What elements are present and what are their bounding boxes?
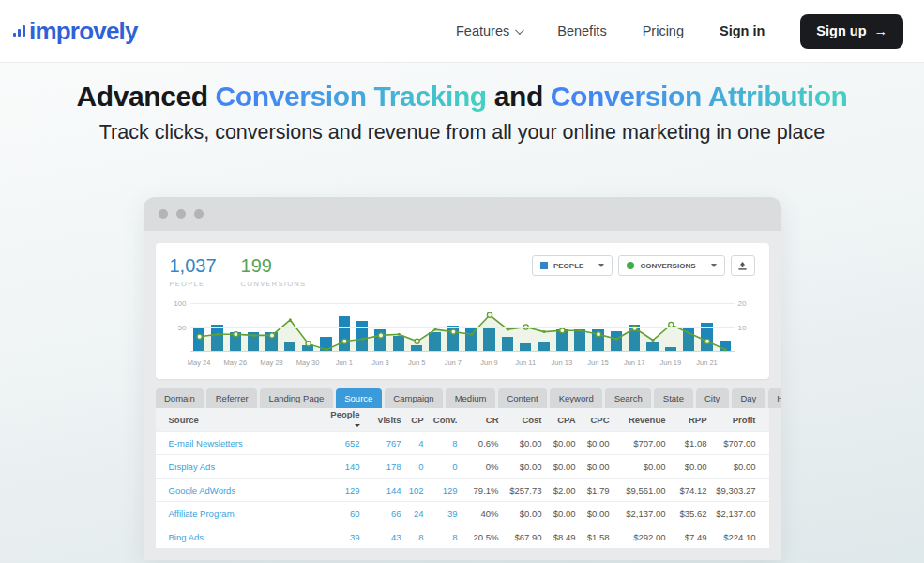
cell-cpa: $8.49	[542, 532, 576, 542]
cell-cp[interactable]: 0	[401, 462, 424, 472]
column-header-cpc[interactable]: CPC	[576, 415, 610, 425]
table-row: Display Ads140178000%$0.00$0.00$0.00$0.0…	[156, 454, 769, 478]
cell-conv[interactable]: 8	[424, 532, 458, 542]
cell-cr: 0%	[458, 462, 499, 472]
tab-content[interactable]: Content	[498, 388, 547, 408]
cell-visits[interactable]: 43	[360, 532, 401, 542]
nav-link-features[interactable]: Features	[456, 23, 522, 38]
tab-domain[interactable]: Domain	[156, 388, 204, 408]
source-link[interactable]: Google AdWords	[169, 485, 323, 495]
browser-mockup: 1,037PEOPLE199CONVERSIONS PEOPLE CONVERS…	[144, 197, 781, 560]
tab-medium[interactable]: Medium	[446, 388, 495, 408]
chevron-down-icon	[515, 25, 524, 35]
column-header-cost[interactable]: Cost	[499, 415, 542, 425]
tab-city[interactable]: City	[696, 388, 729, 408]
cell-conv[interactable]: 129	[424, 485, 458, 495]
cell-visits[interactable]: 178	[360, 462, 401, 472]
browser-chrome	[144, 197, 781, 231]
nav-link-benefits[interactable]: Benefits	[557, 23, 606, 38]
cell-conv[interactable]: 0	[424, 462, 458, 472]
people-series-dropdown[interactable]: PEOPLE	[532, 255, 613, 276]
tab-campaign[interactable]: Campaign	[385, 388, 443, 408]
page-title: Advanced Conversion Tracking and Convers…	[0, 81, 924, 113]
column-header-revenue[interactable]: Revenue	[610, 415, 666, 425]
cell-conv[interactable]: 39	[424, 509, 458, 519]
x-tick: May 24	[188, 358, 211, 367]
cell-cost: $0.00	[499, 438, 542, 449]
cell-rpp: $7.49	[666, 532, 707, 542]
source-link[interactable]: Bing Ads	[169, 532, 323, 542]
export-button[interactable]	[731, 255, 755, 276]
tab-source[interactable]: Source	[336, 388, 382, 408]
tab-keyword[interactable]: Keyword	[550, 388, 602, 408]
stat-label: PEOPLE	[170, 280, 217, 288]
column-header-profit[interactable]: Profit	[707, 415, 756, 425]
table-header-row: SourcePeopleVisitsCPConv.CRCostCPACPCRev…	[156, 408, 769, 431]
cell-people[interactable]: 60	[323, 509, 360, 519]
cell-cp[interactable]: 24	[401, 509, 424, 519]
cell-cp[interactable]: 102	[401, 485, 424, 495]
column-header-source[interactable]: Source	[169, 415, 323, 425]
tab-search[interactable]: Search	[605, 388, 651, 408]
chevron-down-icon	[711, 264, 717, 267]
x-tick: Jun 19	[660, 358, 682, 367]
cell-cp[interactable]: 4	[401, 438, 424, 449]
cell-revenue: $707.00	[610, 438, 666, 449]
column-header-visits[interactable]: Visits	[360, 415, 401, 425]
cell-cost: $0.00	[499, 509, 542, 519]
cell-people[interactable]: 129	[323, 485, 360, 495]
sign-up-button[interactable]: Sign up →	[800, 14, 903, 49]
cell-cpc: $0.00	[576, 438, 610, 449]
cell-cost: $0.00	[499, 462, 542, 472]
tab-hour[interactable]: Hour	[768, 388, 781, 408]
column-header-cpa[interactable]: CPA	[542, 415, 576, 425]
conversions-series-dropdown[interactable]: CONVERSIONS	[618, 255, 724, 276]
cell-cr: 20.5%	[458, 532, 499, 542]
cell-rpp: $1.08	[666, 438, 707, 449]
cell-cp[interactable]: 8	[401, 532, 424, 542]
table-row: Bing Ads39438820.5%$67.90$8.49$1.58$292.…	[156, 525, 769, 548]
sources-table: SourcePeopleVisitsCPConv.CRCostCPACPCRev…	[156, 408, 769, 548]
traffic-chart: 50100 1020	[170, 303, 755, 352]
page-subtitle: Track clicks, conversions and revenue fr…	[0, 121, 924, 145]
hero-section: Advanced Conversion Tracking and Convers…	[0, 63, 924, 145]
column-header-conv[interactable]: Conv.	[424, 415, 458, 425]
cell-rpp: $35.62	[666, 509, 707, 519]
sign-in-link[interactable]: Sign in	[720, 23, 765, 38]
source-link[interactable]: E-mail Newsletters	[169, 438, 323, 449]
cell-profit: $0.00	[707, 462, 756, 472]
source-link[interactable]: Affiliate Program	[169, 509, 323, 519]
title-part: Conversion Attribution	[551, 81, 848, 112]
column-header-people[interactable]: People	[323, 409, 360, 430]
cell-conv[interactable]: 8	[424, 438, 458, 449]
cell-visits[interactable]: 66	[360, 509, 401, 519]
chart-card: 1,037PEOPLE199CONVERSIONS PEOPLE CONVERS…	[156, 243, 769, 379]
people-dropdown-label: PEOPLE	[553, 262, 583, 270]
table-row: Google AdWords12914410212979.1%$257.73$2…	[156, 478, 769, 501]
stat-conversions: 199CONVERSIONS	[241, 255, 307, 288]
logo[interactable]: improvely	[13, 17, 138, 46]
window-dot	[176, 209, 186, 219]
cell-cost: $67.90	[499, 532, 542, 542]
cell-visits[interactable]: 767	[360, 438, 401, 449]
column-header-rpp[interactable]: RPP	[666, 415, 707, 425]
cell-visits[interactable]: 144	[360, 485, 401, 495]
arrow-right-icon: →	[874, 23, 888, 38]
cell-people[interactable]: 140	[323, 462, 360, 472]
tab-referrer[interactable]: Referrer	[206, 388, 257, 408]
source-link[interactable]: Display Ads	[169, 462, 323, 472]
x-tick: Jun 13	[552, 358, 573, 367]
tab-state[interactable]: State	[654, 388, 692, 408]
cell-profit: $224.10	[707, 532, 756, 542]
cell-people[interactable]: 652	[323, 438, 360, 449]
nav-link-pricing[interactable]: Pricing	[643, 23, 684, 38]
nav-link-label: Benefits	[557, 23, 606, 38]
cell-people[interactable]: 39	[323, 532, 360, 542]
column-header-cr[interactable]: CR	[458, 415, 499, 425]
people-swatch-icon	[540, 262, 548, 269]
cell-cpc: $0.00	[576, 509, 610, 519]
column-header-cp[interactable]: CP	[401, 415, 424, 425]
tab-day[interactable]: Day	[732, 388, 765, 408]
tab-landing-page[interactable]: Landing Page	[260, 388, 333, 408]
cell-cpa: $0.00	[542, 462, 576, 472]
